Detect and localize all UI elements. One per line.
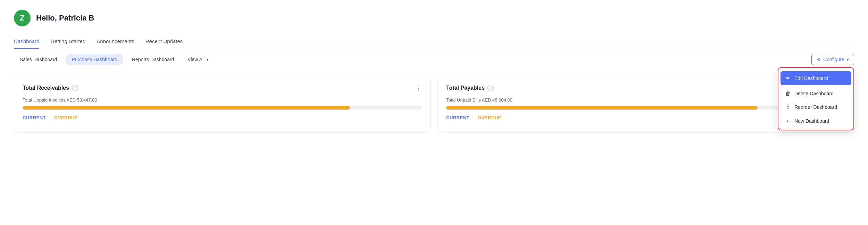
- gear-icon: ⚙: [817, 57, 821, 62]
- dash-tab-reports[interactable]: Reports Dashboard: [126, 54, 180, 65]
- edit-icon: ✏: [785, 75, 791, 81]
- dropdown-item-reorder[interactable]: ⠿ Reorder Dashboard: [778, 100, 853, 114]
- receivables-overdue-label[interactable]: OVERDUE: [54, 115, 78, 120]
- payables-progress-bar: [446, 106, 758, 110]
- greeting-text: Hello, Patricia B: [36, 14, 94, 23]
- receivables-more-icon[interactable]: ⋮: [415, 84, 422, 92]
- receivables-current-label[interactable]: CURRENT: [23, 115, 46, 120]
- dropdown-item-delete[interactable]: 🗑 Delete Dashboard: [778, 87, 853, 100]
- dropdown-item-edit[interactable]: ✏ Edit Dashboard: [781, 71, 851, 85]
- nav-tab-announcements[interactable]: Announcements: [97, 35, 134, 49]
- nav-tab-dashboard[interactable]: Dashboard: [14, 35, 39, 49]
- dashboard-bar: Sales Dashboard Purchase Dashboard Repor…: [0, 49, 868, 70]
- user-avatar: Z: [14, 10, 31, 26]
- payables-overdue-label[interactable]: OVERDUE: [478, 115, 501, 120]
- receivables-card: Total Receivables ? ⋮ Total Unpaid Invoi…: [14, 77, 431, 132]
- receivables-footer: CURRENT OVERDUE: [23, 115, 422, 120]
- payables-title: Total Payables: [446, 85, 485, 91]
- view-all-button[interactable]: View All ▾: [183, 54, 214, 65]
- configure-dropdown: ✏ Edit Dashboard 🗑 Delete Dashboard ⠿ Re…: [778, 67, 854, 130]
- configure-button[interactable]: ⚙ Configure ▾: [811, 54, 854, 65]
- nav-tab-getting-started[interactable]: Getting Started: [50, 35, 85, 49]
- main-content: Total Receivables ? ⋮ Total Unpaid Invoi…: [0, 70, 868, 139]
- nav-tab-recent-updates[interactable]: Recent Updates: [145, 35, 183, 49]
- reorder-icon: ⠿: [785, 104, 791, 110]
- main-nav: Dashboard Getting Started Announcements …: [14, 35, 854, 49]
- receivables-info-icon[interactable]: ?: [72, 85, 78, 91]
- chevron-down-icon: ▾: [207, 57, 209, 62]
- receivables-progress-bar: [23, 106, 350, 110]
- dash-tab-sales[interactable]: Sales Dashboard: [14, 54, 63, 65]
- payables-current-label[interactable]: CURRENT: [446, 115, 469, 120]
- receivables-progress-container: [23, 106, 422, 110]
- receivables-subtitle: Total Unpaid Invoices AED 58,447.00: [23, 97, 422, 103]
- new-icon: +: [785, 118, 791, 124]
- configure-chevron-icon: ▾: [846, 57, 849, 62]
- configure-area: ⚙ Configure ▾ ✏ Edit Dashboard 🗑 Delete …: [811, 54, 854, 65]
- dropdown-item-new[interactable]: + New Dashboard: [778, 114, 853, 128]
- payables-info-icon[interactable]: ?: [487, 85, 494, 91]
- delete-icon: 🗑: [785, 90, 791, 96]
- receivables-title: Total Receivables: [23, 85, 69, 91]
- dash-tab-purchase[interactable]: Purchase Dashboard: [66, 54, 123, 65]
